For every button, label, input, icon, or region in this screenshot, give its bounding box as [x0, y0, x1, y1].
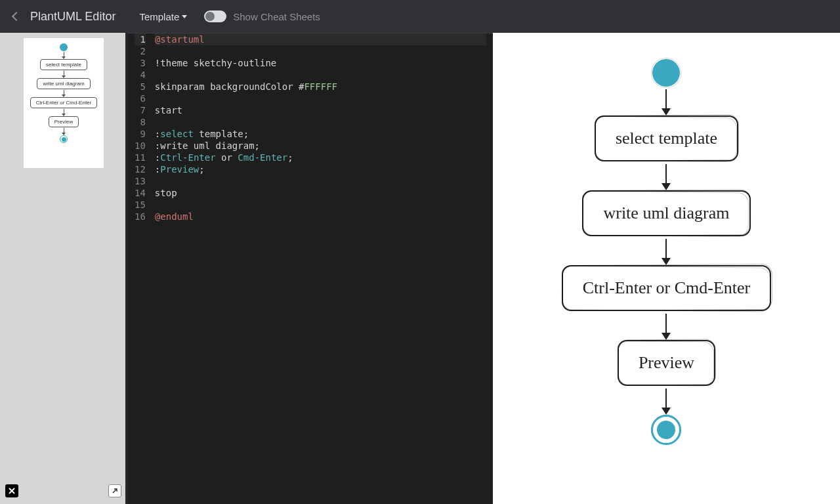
code-line[interactable]: !theme sketchy-outline: [155, 57, 486, 69]
code-line[interactable]: [155, 69, 486, 81]
thumb-arrow: [64, 128, 64, 135]
code-line[interactable]: [155, 175, 486, 187]
arrow-icon: [665, 89, 667, 114]
thumb-arrow: [64, 52, 64, 58]
code-line[interactable]: :select template;: [155, 128, 486, 140]
diagram-thumbnail[interactable]: select template write uml diagram Ctrl-E…: [24, 38, 104, 168]
line-number: 5: [135, 81, 146, 93]
code-line[interactable]: @startuml: [155, 33, 486, 45]
expand-thumbnail-button[interactable]: [108, 484, 121, 497]
line-number: 16: [135, 211, 146, 222]
close-icon: [8, 487, 16, 495]
code-line[interactable]: [155, 199, 486, 211]
diagram-step: Ctrl-Enter or Cmd-Enter: [562, 265, 772, 311]
diagram: select template write uml diagram Ctrl-E…: [562, 59, 772, 504]
start-node: [652, 59, 680, 87]
cheat-sheets-label: Show Cheat Sheets: [233, 11, 320, 22]
code-line[interactable]: [155, 93, 486, 104]
diagram-preview[interactable]: select template write uml diagram Ctrl-E…: [493, 33, 840, 504]
main-area: select template write uml diagram Ctrl-E…: [0, 33, 840, 504]
line-number: 6: [135, 93, 146, 104]
code-line[interactable]: skinparam backgroundColor #FFFFFF: [155, 81, 486, 93]
expand-icon: [111, 487, 119, 495]
line-number: 15: [135, 199, 146, 211]
line-number: 4: [135, 69, 146, 81]
diagram-step: Preview: [618, 340, 715, 386]
cheat-sheets-toggle-group: Show Cheat Sheets: [204, 10, 320, 22]
arrow-icon: [665, 164, 667, 189]
thumb-step: write uml diagram: [37, 78, 90, 89]
line-number: 7: [135, 104, 146, 116]
line-number: 8: [135, 116, 146, 128]
thumb-arrow: [64, 71, 64, 77]
line-number: 9: [135, 128, 146, 140]
code-line[interactable]: :write uml diagram;: [155, 140, 486, 152]
line-number: 14: [135, 187, 146, 199]
divider[interactable]: [125, 33, 128, 504]
diagram-step: select template: [595, 116, 738, 161]
back-icon[interactable]: [12, 12, 21, 21]
app-title: PlantUML Editor: [30, 10, 116, 24]
code-line[interactable]: @enduml: [155, 211, 486, 222]
thumb-start-node: [60, 43, 68, 51]
template-dropdown[interactable]: Template: [139, 11, 187, 22]
thumb-step: select template: [40, 59, 87, 70]
thumb-step: Preview: [49, 116, 79, 127]
line-number: 10: [135, 140, 146, 152]
code-line[interactable]: stop: [155, 187, 486, 199]
line-gutter: 12345678910111213141516: [128, 33, 155, 504]
line-number: 1: [135, 33, 146, 45]
template-label: Template: [139, 11, 179, 22]
diagram-step: write uml diagram: [582, 190, 750, 236]
line-number: 11: [135, 152, 146, 163]
chevron-down-icon: [182, 15, 187, 18]
thumb-arrow: [64, 90, 64, 96]
cheat-sheets-toggle[interactable]: [204, 10, 226, 22]
thumb-step: Ctrl-Enter or Cmd-Enter: [30, 97, 97, 108]
code-editor[interactable]: 12345678910111213141516 @startuml !theme…: [128, 33, 493, 504]
code-line[interactable]: [155, 45, 486, 57]
line-number: 2: [135, 45, 146, 57]
arrow-icon: [665, 239, 667, 264]
code-line[interactable]: start: [155, 104, 486, 116]
thumb-arrow: [64, 109, 64, 116]
code-line[interactable]: [155, 116, 486, 128]
close-thumbnail-button[interactable]: [5, 484, 18, 497]
thumb-end-node: [60, 135, 68, 143]
code-line[interactable]: :Ctrl-Enter or Cmd-Enter;: [155, 152, 486, 163]
arrow-icon: [665, 314, 667, 339]
thumbnail-sidebar: select template write uml diagram Ctrl-E…: [0, 33, 128, 504]
line-number: 13: [135, 175, 146, 187]
header-bar: PlantUML Editor Template Show Cheat Shee…: [0, 0, 840, 33]
code-line[interactable]: :Preview;: [155, 163, 486, 175]
line-number: 3: [135, 57, 146, 69]
arrow-icon: [665, 388, 667, 413]
code-content[interactable]: @startuml !theme sketchy-outline skinpar…: [155, 33, 493, 504]
line-number: 12: [135, 163, 146, 175]
end-node: [651, 415, 681, 445]
